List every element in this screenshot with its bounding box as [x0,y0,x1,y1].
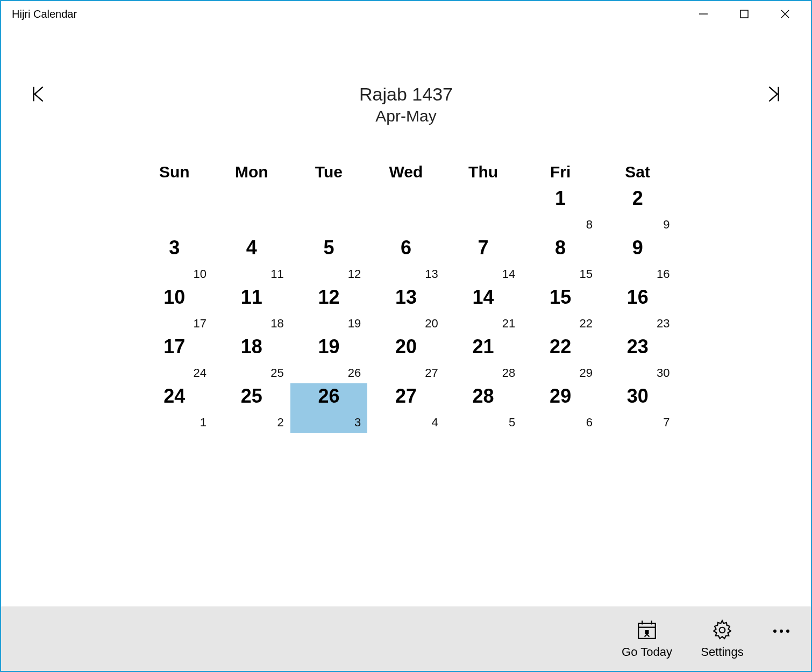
gregorian-day: 6 [586,416,593,430]
close-icon [780,9,790,19]
hijri-day: 4 [213,238,290,258]
hijri-day: 3 [136,238,213,258]
calendar-cell[interactable]: 1623 [599,284,676,334]
hijri-day: 2 [599,189,676,208]
calendar-cell[interactable]: 411 [213,235,290,284]
go-today-label: Go Today [622,645,672,659]
close-button[interactable] [765,1,806,27]
calendar-cell[interactable]: 714 [445,235,522,284]
hijri-month-label: Rajab 1437 [359,83,453,105]
calendar-cell[interactable]: 1320 [367,284,445,334]
gregorian-day: 28 [502,366,515,380]
hijri-day: 30 [599,387,676,406]
calendar-cell[interactable]: 252 [213,383,290,433]
hijri-day: 5 [290,238,368,258]
calendar-cell[interactable]: 815 [522,235,599,284]
calendar-cell[interactable]: 2128 [445,334,522,383]
calendar-cell[interactable]: 1219 [290,284,368,334]
calendar-cell[interactable]: 512 [290,235,368,284]
hijri-day: 8 [522,238,599,258]
hijri-day: 1 [522,189,599,208]
next-month-button[interactable] [763,83,784,105]
gregorian-day: 8 [586,218,593,232]
gregorian-day: 29 [579,366,592,380]
calendar-cell[interactable]: 613 [367,235,445,284]
calendar-grid: 1829310411512613714815916101711181219132… [136,185,676,433]
hijri-day: 22 [522,337,599,356]
calendar-cell[interactable]: 1118 [213,284,290,334]
window-controls [683,1,811,27]
weekday-header: Sat [599,159,676,185]
calendar-cell-empty [290,185,368,235]
weekday-header: Wed [367,159,445,185]
calendar-cell[interactable]: 1926 [290,334,368,383]
calendar-cell[interactable]: 241 [136,383,213,433]
calendar-cell[interactable]: 29 [599,185,676,235]
calendar-cell[interactable]: 1017 [136,284,213,334]
settings-button[interactable]: Settings [693,618,752,659]
calendar-cell[interactable]: 2229 [522,334,599,383]
calendar-cell[interactable]: 307 [599,383,676,433]
prev-month-button[interactable] [28,83,49,105]
calendar-cell[interactable]: 2027 [367,334,445,383]
calendar-cell[interactable]: 310 [136,235,213,284]
go-today-button[interactable]: Go Today [617,618,676,659]
window-title: Hijri Calendar [12,8,77,20]
gregorian-day: 26 [348,366,361,380]
calendar-cell[interactable]: 285 [445,383,522,433]
hijri-day: 12 [290,288,368,307]
gregorian-day: 5 [509,416,515,430]
hijri-day: 24 [136,387,213,406]
gregorian-day: 13 [425,267,438,281]
hijri-day: 21 [445,337,522,356]
gregorian-day: 30 [657,366,669,380]
gregorian-day: 21 [502,317,515,331]
gregorian-day: 18 [270,317,283,331]
minimize-button[interactable] [683,1,724,27]
calendar-cell[interactable]: 263 [290,383,368,433]
gregorian-day: 24 [194,366,206,380]
weekday-row: SunMonTueWedThuFriSat [136,159,676,185]
calendar-cell[interactable]: 1522 [522,284,599,334]
calendar-cell[interactable]: 916 [599,235,676,284]
calendar-cell[interactable]: 1724 [136,334,213,383]
gregorian-day: 25 [270,366,283,380]
dot-icon [773,630,777,633]
gregorian-range-label: Apr-May [359,105,453,126]
weekday-header: Sun [136,159,213,185]
hijri-day: 10 [136,288,213,307]
calendar-cell[interactable]: 18 [522,185,599,235]
gregorian-day: 17 [194,317,206,331]
hijri-day: 17 [136,337,213,356]
hijri-day: 9 [599,238,676,258]
calendar-cell-empty [213,185,290,235]
app-window: Hijri Calendar Rajab 1437 Apr-M [0,0,812,672]
gregorian-day: 20 [425,317,438,331]
maximize-button[interactable] [724,1,765,27]
calendar-cell[interactable]: 274 [367,383,445,433]
more-button[interactable] [768,618,795,645]
svg-rect-1 [740,10,748,18]
hijri-day: 29 [522,387,599,406]
gregorian-day: 12 [348,267,361,281]
weekday-header: Mon [213,159,290,185]
maximize-icon [739,9,750,19]
calendar-cell-empty [445,185,522,235]
prev-icon [29,84,49,104]
svg-point-11 [720,627,725,633]
hijri-day: 7 [445,238,522,258]
month-header: Rajab 1437 Apr-May [359,83,453,126]
hijri-day: 26 [290,387,368,406]
calendar-cell-empty [367,185,445,235]
gregorian-day: 22 [579,317,592,331]
calendar-cell[interactable]: 1825 [213,334,290,383]
calendar-cell[interactable]: 1421 [445,284,522,334]
minimize-icon [698,9,709,19]
calendar-cell[interactable]: 2330 [599,334,676,383]
weekday-header: Thu [445,159,522,185]
hijri-day: 23 [599,337,676,356]
gregorian-day: 7 [663,416,669,430]
hijri-day: 27 [367,387,445,406]
calendar-cell[interactable]: 296 [522,383,599,433]
gregorian-day: 19 [348,317,361,331]
